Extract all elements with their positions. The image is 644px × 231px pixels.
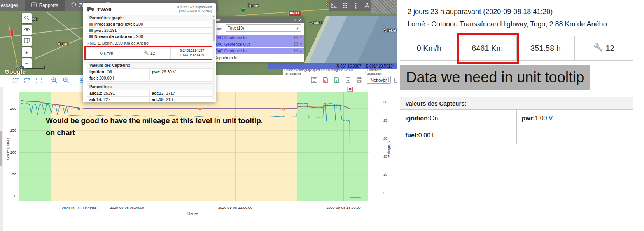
split-layout-icon[interactable]: [393, 76, 397, 84]
zoom-out-icon[interactable]: [62, 76, 70, 84]
delete-icon[interactable]: ✕: [299, 48, 303, 54]
cursor-marker-box[interactable]: [348, 87, 352, 92]
popup-header: TWA9 3 jours 14 h auparavant (2020-09-08…: [83, 3, 216, 15]
popup-scrollbar[interactable]: ▲: [212, 15, 215, 100]
notification-item[interactable]: PAC Geofence In ✕: [212, 35, 304, 41]
terms-link[interactable]: Conditions d'utilisation: [367, 68, 395, 75]
more-options-icon[interactable]: ⋮: [352, 2, 360, 9]
attribution-text: Données cartographiques ©2020 Imagerie ©…: [284, 68, 363, 75]
mark-read-icon[interactable]: [294, 48, 298, 54]
select-area-icon[interactable]: [12, 76, 19, 84]
tab-messages[interactable]: essages: [0, 0, 25, 11]
map-book-icon[interactable]: [382, 76, 390, 84]
delete-icon[interactable]: ✕: [299, 35, 303, 41]
wrench-icon: [593, 43, 603, 54]
tab-messages-label: essages: [1, 3, 18, 8]
param-value: 200: [135, 22, 143, 26]
mockup-wrench-count: 12: [606, 44, 614, 53]
x-axis-tick: 2020-09-08 18:00:00: [326, 205, 360, 210]
tab-rapports[interactable]: Rapports: [25, 0, 65, 11]
y-axis-tick-left: 50: [5, 172, 16, 176]
x-axis-tick: 2020-09-08 12:00:00: [218, 205, 252, 210]
expand-icon[interactable]: [35, 76, 43, 84]
map-search-button[interactable]: [22, 13, 32, 23]
close-icon[interactable]: ✕: [299, 18, 302, 22]
parameters-grid: adc12: 25391 adc13: 3717 adc14: 227 adc1…: [87, 90, 212, 102]
user-icon[interactable]: [363, 2, 371, 9]
chart-export-tools: A x Nettoyer: [310, 76, 391, 84]
cursor-marker-dot: [349, 88, 351, 90]
mark-read-icon[interactable]: [294, 35, 298, 41]
print-icon[interactable]: [355, 76, 363, 84]
chart-annotation: Would be good to have the mileage at thi…: [46, 115, 303, 139]
mark-read-icon[interactable]: [294, 41, 298, 47]
y-axis-tick-left: 200: [5, 106, 16, 111]
mockup-sensor-cell: ignition: On: [400, 110, 517, 127]
map-visibility-button[interactable]: [22, 25, 32, 35]
param-value: 200: [135, 34, 143, 39]
unit-wrench-cell: 12: [128, 47, 171, 59]
map-layers-button[interactable]: [22, 36, 32, 46]
y-axis-tick-right: 15: [383, 155, 393, 158]
param-label: Niveau de carburant:: [94, 34, 135, 39]
map-label-avlekete: Avlékété: [383, 28, 397, 33]
param-label: pwr:: [94, 28, 103, 33]
parameters-header: Paramètres:: [87, 83, 212, 90]
scrollbar-thumb[interactable]: [213, 19, 215, 41]
attribution-divider: |: [365, 70, 366, 74]
annotation-line2: on chart: [46, 127, 303, 139]
series-swatch-purple: [89, 35, 93, 38]
zoom-in-icon[interactable]: [51, 76, 58, 84]
x-axis-tick: 2020-09-08 06:00:00: [110, 205, 144, 210]
sensor-cell: [150, 75, 212, 82]
parameter-cell: adc12: 25391: [87, 90, 150, 97]
series-swatch-teal: [89, 29, 93, 32]
notification-item[interactable]: PAC Geofence Out ✕: [212, 41, 304, 47]
redacted-block: [371, 0, 397, 14]
y-axis-tick-right: 10: [383, 173, 393, 177]
mockup-sensors-header: Valeurs des Capteurs:: [400, 97, 633, 110]
mockup-sensor-cell: pwr: 1.00 V: [517, 110, 633, 127]
mockup-sensor-row: ignition: On pwr: 1.00 V: [400, 110, 633, 127]
mockup-last-message-time: 2 jours 23 h auparavant (2020-09-08 18:4…: [408, 8, 553, 16]
coord-lon: 1.64793181419: [180, 53, 204, 57]
export-pdf-icon[interactable]: A: [322, 76, 329, 84]
grid-apps-icon[interactable]: [341, 2, 349, 9]
scroll-up-icon[interactable]: ▲: [212, 15, 215, 18]
unit-direction-arrow[interactable]: [238, 6, 246, 13]
wrench-count: 12: [150, 51, 155, 56]
y-axis-tick-right: 5: [383, 191, 393, 195]
select-x-icon[interactable]: [23, 76, 31, 84]
parameter-cell: adc15: 216: [150, 97, 212, 102]
unit-address: RNIE 1, Benin, 3.90 Km de Aneho: [83, 40, 216, 46]
mockup-sensor-cell: [517, 127, 633, 144]
pin-icon[interactable]: ☆: [293, 18, 296, 22]
series-swatch-orange: [89, 23, 93, 26]
delete-read-link[interactable]: Supprimer lu: [212, 54, 304, 60]
graph-param-row: Niveau de carburant: 200: [87, 34, 212, 40]
scrollbar-thumb[interactable]: [0, 131, 2, 166]
delete-icon[interactable]: ✕: [299, 41, 303, 47]
map-scale-bar: [26, 66, 45, 69]
mockup-sensor-cell: fuel: 0.00 l: [400, 127, 517, 144]
export-file-icon[interactable]: [344, 76, 352, 84]
ruler-icon[interactable]: [330, 2, 338, 9]
x-axis-title: Heure: [187, 212, 198, 216]
reports-icon: [32, 2, 37, 9]
report-icon[interactable]: [310, 76, 318, 84]
graph-param-row: Processed fuel level: 200: [87, 21, 212, 28]
notifications-filter-select[interactable]: Tout (19) ▾: [226, 24, 301, 32]
notification-item[interactable]: PAC Geofence In ✕: [212, 48, 304, 54]
sensors-grid: ignition: Off pwr: 26.39 V fuel: 200.00 …: [87, 69, 212, 82]
map-zoom-in-button[interactable]: +: [22, 47, 32, 57]
left-scrollbar[interactable]: [0, 86, 3, 231]
export-excel-icon[interactable]: x: [333, 76, 341, 84]
mockup-wrench-cell: 12: [575, 36, 633, 60]
search-icon: [24, 15, 30, 22]
notification-label: PAC Geofence Out: [215, 41, 250, 47]
sensor-cell: pwr: 26.39 V: [150, 69, 212, 75]
notifications-filter-row: tions: Tout (19) ▾: [212, 23, 304, 35]
chart-view-tools: [382, 76, 397, 84]
y-axis-tick-right: 25: [383, 118, 393, 122]
mileage-highlight-box: [457, 33, 519, 64]
